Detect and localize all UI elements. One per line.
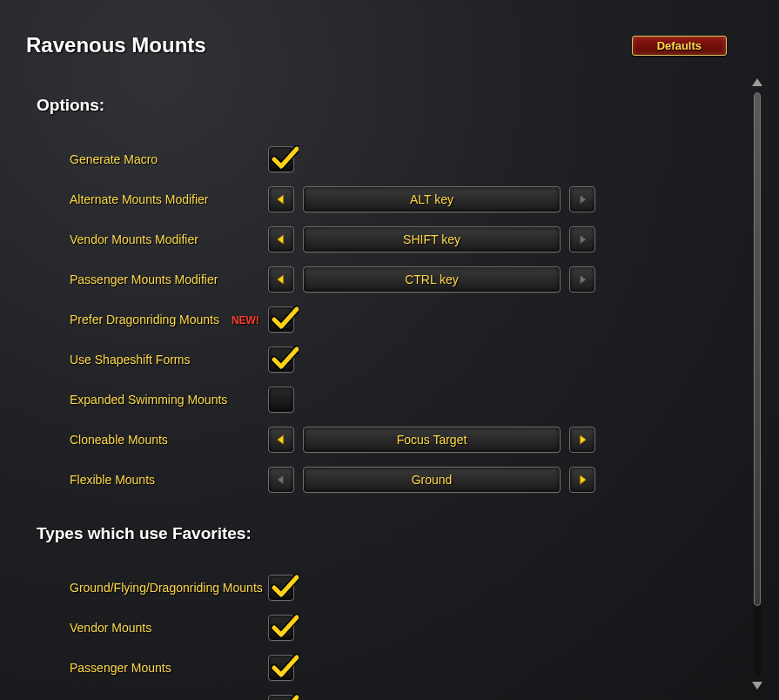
checkbox-prefer-dragonriding[interactable] (268, 306, 294, 333)
check-icon (271, 306, 299, 333)
options-scroll-area: Options: Generate Macro Alternate Mounts… (0, 70, 749, 700)
row-fav-ground-flying: Ground/Flying/Dragonriding Mounts (37, 568, 723, 608)
passenger-modifier-value[interactable]: CTRL key (303, 266, 561, 293)
row-fav-passenger: Passenger Mounts (37, 648, 723, 688)
row-prefer-dragonriding: Prefer Dragonriding Mounts NEW! (37, 300, 723, 340)
cloneable-value[interactable]: Focus Target (303, 427, 561, 453)
chevron-right-icon (576, 193, 588, 205)
chevron-left-icon (275, 273, 287, 286)
checkbox-generate-macro[interactable] (268, 146, 294, 172)
check-icon (271, 574, 299, 602)
section-header-favorites: Types which use Favorites: (37, 524, 723, 543)
row-cloneable: Cloneable Mounts Focus Target (37, 420, 723, 460)
chevron-right-icon (576, 233, 588, 246)
label-flexible: Flexible Mounts (70, 473, 268, 487)
label-fav-vendor: Vendor Mounts (70, 621, 268, 635)
label-passenger-modifier: Passenger Mounts Modifier (70, 273, 268, 286)
page-title: Ravenous Mounts (26, 33, 206, 57)
chevron-left-icon (275, 233, 287, 246)
label-use-shapeshift: Use Shapeshift Forms (70, 353, 268, 367)
checkbox-expanded-swimming[interactable] (268, 387, 294, 413)
check-icon (271, 145, 299, 173)
chevron-left-icon (275, 434, 287, 446)
chevron-down-icon (749, 677, 765, 693)
check-icon (271, 654, 299, 682)
vendor-modifier-prev-button[interactable] (268, 226, 294, 252)
check-icon (271, 614, 299, 642)
chevron-right-icon (576, 434, 588, 446)
section-header-options: Options: (37, 96, 723, 115)
passenger-modifier-prev-button[interactable] (268, 266, 294, 293)
scrollbar-thumb[interactable] (754, 92, 761, 606)
row-fav-vendor: Vendor Mounts (37, 608, 723, 648)
label-fav-passenger: Passenger Mounts (70, 661, 268, 675)
scrollbar-down-button[interactable] (749, 677, 765, 693)
vendor-modifier-next-button[interactable] (569, 226, 595, 252)
checkbox-use-shapeshift[interactable] (268, 347, 294, 373)
checkbox-fav-swimming[interactable] (268, 695, 294, 700)
row-vendor-modifier: Vendor Mounts Modifier SHIFT key (37, 219, 723, 259)
checkbox-fav-passenger[interactable] (268, 655, 294, 681)
cloneable-next-button[interactable] (569, 427, 595, 453)
vendor-modifier-value[interactable]: SHIFT key (303, 226, 561, 252)
check-icon (271, 346, 299, 374)
row-passenger-modifier: Passenger Mounts Modifier CTRL key (37, 259, 723, 300)
label-vendor-modifier: Vendor Mounts Modifier (70, 232, 268, 246)
checkbox-fav-vendor[interactable] (268, 615, 294, 641)
chevron-up-icon (749, 75, 765, 91)
row-alt-modifier: Alternate Mounts Modifier ALT key (37, 179, 723, 219)
scrollbar[interactable] (749, 75, 765, 693)
row-generate-macro: Generate Macro (37, 139, 723, 179)
row-flexible: Flexible Mounts Ground (37, 460, 723, 500)
passenger-modifier-next-button[interactable] (569, 266, 595, 293)
check-icon (271, 694, 299, 700)
chevron-right-icon (576, 273, 588, 286)
row-expanded-swimming: Expanded Swimming Mounts (37, 380, 723, 420)
chevron-left-icon (275, 193, 287, 205)
label-expanded-swimming: Expanded Swimming Mounts (70, 393, 268, 407)
flexible-value[interactable]: Ground (303, 467, 561, 493)
label-cloneable: Cloneable Mounts (70, 433, 268, 447)
scrollbar-up-button[interactable] (749, 75, 765, 91)
label-generate-macro: Generate Macro (70, 152, 268, 166)
alt-modifier-value[interactable]: ALT key (303, 186, 561, 212)
chevron-right-icon (576, 474, 588, 486)
scrollbar-track[interactable] (754, 92, 761, 676)
new-badge: NEW! (232, 314, 259, 326)
flexible-next-button[interactable] (569, 467, 595, 493)
label-fav-ground-flying: Ground/Flying/Dragonriding Mounts (70, 581, 268, 595)
flexible-prev-button[interactable] (268, 467, 294, 493)
chevron-left-icon (275, 474, 287, 486)
label-alt-modifier: Alternate Mounts Modifier (70, 192, 268, 206)
row-fav-swimming: Swimming Mounts (37, 688, 723, 700)
defaults-button[interactable]: Defaults (632, 36, 727, 56)
cloneable-prev-button[interactable] (268, 427, 294, 453)
label-prefer-dragonriding-text: Prefer Dragonriding Mounts (70, 313, 219, 326)
label-prefer-dragonriding: Prefer Dragonriding Mounts NEW! (70, 313, 268, 326)
row-use-shapeshift: Use Shapeshift Forms (37, 340, 723, 380)
alt-modifier-prev-button[interactable] (268, 186, 294, 212)
checkbox-fav-ground-flying[interactable] (268, 575, 294, 601)
alt-modifier-next-button[interactable] (569, 186, 595, 212)
